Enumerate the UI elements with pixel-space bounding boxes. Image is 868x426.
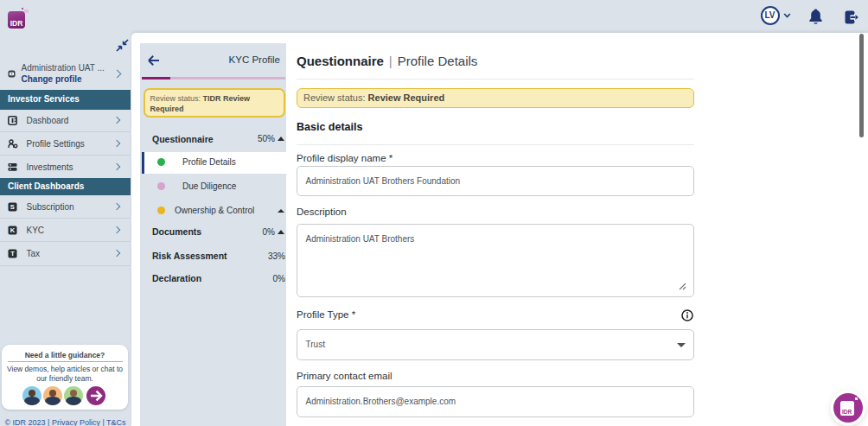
svg-text:S: S	[10, 203, 14, 211]
svg-text:K: K	[10, 226, 15, 234]
svg-text:T: T	[10, 251, 15, 258]
